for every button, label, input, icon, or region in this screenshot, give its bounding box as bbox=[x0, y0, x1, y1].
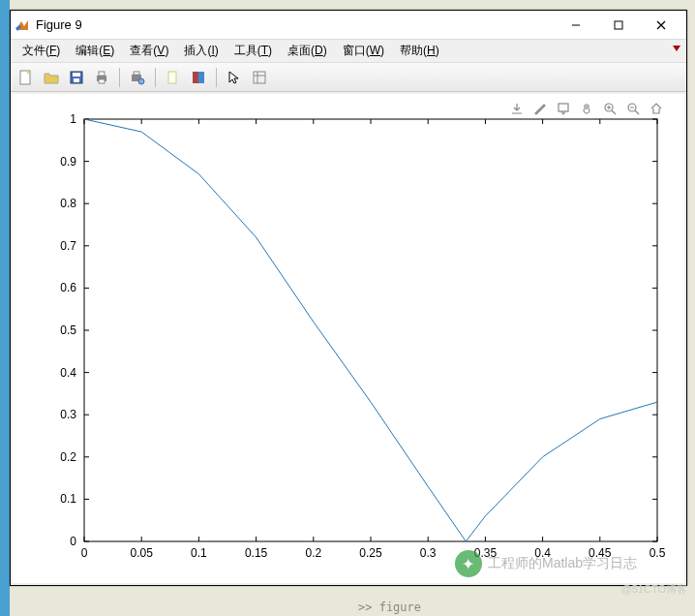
svg-text:0.6: 0.6 bbox=[60, 281, 76, 294]
svg-text:0.1: 0.1 bbox=[60, 492, 76, 506]
toolbar-separator bbox=[155, 68, 156, 87]
svg-point-16 bbox=[138, 78, 144, 84]
menu-view[interactable]: 查看(V) bbox=[122, 41, 176, 61]
svg-text:0.2: 0.2 bbox=[60, 450, 76, 464]
svg-text:0.5: 0.5 bbox=[60, 323, 76, 337]
wechat-icon: ✦ bbox=[455, 550, 482, 577]
svg-text:0: 0 bbox=[70, 535, 76, 548]
colorbar-button[interactable] bbox=[187, 66, 210, 89]
watermark-text: 工程师的Matlab学习日志 bbox=[488, 555, 637, 572]
close-button[interactable] bbox=[640, 12, 682, 39]
menubar-overflow-icon[interactable] bbox=[673, 46, 680, 51]
svg-text:0.1: 0.1 bbox=[191, 546, 207, 560]
watermark: ✦ 工程师的Matlab学习日志 bbox=[455, 550, 637, 577]
svg-text:0.25: 0.25 bbox=[359, 546, 382, 560]
svg-text:0.15: 0.15 bbox=[245, 546, 268, 560]
print-preview-button[interactable] bbox=[126, 66, 149, 89]
titlebar[interactable]: Figure 9 bbox=[11, 11, 686, 40]
menu-help[interactable]: 帮助(H) bbox=[392, 41, 447, 61]
watermark-sub: @51CTO博客 bbox=[621, 582, 687, 597]
svg-rect-17 bbox=[168, 72, 176, 83]
menu-desktop[interactable]: 桌面(D) bbox=[280, 41, 335, 61]
plot-tools-button[interactable] bbox=[248, 66, 271, 89]
command-echo: >> figure bbox=[358, 601, 421, 614]
new-file-button[interactable] bbox=[15, 66, 38, 89]
svg-text:0.05: 0.05 bbox=[131, 546, 154, 560]
svg-text:0.4: 0.4 bbox=[60, 366, 76, 380]
link-data-button[interactable] bbox=[162, 66, 185, 89]
brush-icon[interactable] bbox=[531, 100, 549, 117]
figure-window: Figure 9 文件(F) 编辑(E) 查看(V) 插入(I) 工具(T) 桌… bbox=[10, 10, 687, 586]
open-file-button[interactable] bbox=[40, 66, 63, 89]
svg-text:0.8: 0.8 bbox=[60, 197, 76, 210]
zoom-out-icon[interactable] bbox=[624, 100, 642, 117]
svg-rect-10 bbox=[74, 78, 79, 82]
zoom-in-icon[interactable] bbox=[601, 100, 619, 117]
toolbar-separator bbox=[216, 68, 217, 87]
svg-text:0.5: 0.5 bbox=[650, 546, 666, 560]
datatips-icon[interactable] bbox=[555, 100, 572, 117]
svg-rect-19 bbox=[198, 72, 204, 83]
svg-text:0.7: 0.7 bbox=[60, 239, 76, 253]
svg-rect-26 bbox=[84, 119, 657, 541]
plot-area: 00.050.10.150.20.250.30.350.40.450.500.1… bbox=[13, 94, 684, 583]
menu-file[interactable]: 文件(F) bbox=[15, 41, 68, 61]
axes[interactable]: 00.050.10.150.20.250.30.350.40.450.500.1… bbox=[13, 94, 684, 583]
svg-text:0.3: 0.3 bbox=[420, 546, 437, 560]
maximize-button[interactable] bbox=[597, 12, 640, 39]
axes-toolbar bbox=[508, 100, 665, 117]
svg-rect-15 bbox=[134, 72, 139, 75]
svg-text:0: 0 bbox=[81, 546, 88, 560]
background-hint bbox=[0, 0, 10, 616]
minimize-button[interactable] bbox=[555, 12, 597, 39]
menu-insert[interactable]: 插入(I) bbox=[176, 41, 226, 61]
svg-rect-9 bbox=[73, 73, 80, 77]
export-icon[interactable] bbox=[508, 100, 526, 117]
svg-rect-12 bbox=[99, 72, 105, 76]
home-icon[interactable] bbox=[648, 100, 665, 117]
menu-tools[interactable]: 工具(T) bbox=[227, 41, 280, 61]
save-button[interactable] bbox=[65, 66, 88, 89]
svg-rect-23 bbox=[559, 104, 568, 111]
svg-rect-20 bbox=[254, 72, 265, 83]
menubar: 文件(F) 编辑(E) 查看(V) 插入(I) 工具(T) 桌面(D) 窗口(W… bbox=[11, 40, 686, 63]
matlab-icon bbox=[15, 17, 30, 33]
print-button[interactable] bbox=[90, 66, 113, 89]
pointer-button[interactable] bbox=[223, 66, 246, 89]
toolbar bbox=[11, 63, 686, 92]
window-title: Figure 9 bbox=[36, 17, 555, 32]
menu-window[interactable]: 窗口(W) bbox=[335, 41, 392, 61]
svg-rect-18 bbox=[193, 72, 198, 83]
svg-text:0.2: 0.2 bbox=[305, 546, 321, 560]
svg-text:0.3: 0.3 bbox=[60, 408, 76, 421]
toolbar-separator bbox=[119, 68, 120, 87]
svg-rect-3 bbox=[615, 21, 622, 29]
pan-icon[interactable] bbox=[578, 100, 595, 117]
svg-text:1: 1 bbox=[70, 112, 76, 126]
menu-edit[interactable]: 编辑(E) bbox=[68, 41, 122, 61]
svg-rect-13 bbox=[99, 79, 105, 83]
svg-text:0.9: 0.9 bbox=[60, 155, 76, 169]
